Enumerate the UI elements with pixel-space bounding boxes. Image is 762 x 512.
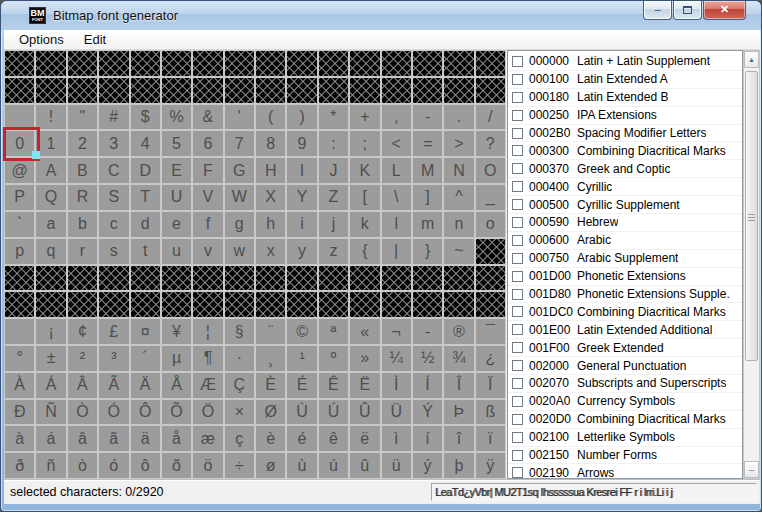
char-cell-reserved[interactable]: [225, 51, 254, 76]
char-cell-reserved[interactable]: [444, 292, 473, 317]
char-cell[interactable]: n: [444, 212, 473, 237]
unicode-block-row[interactable]: 000100Latin Extended A: [508, 71, 742, 89]
char-cell[interactable]: {: [350, 239, 379, 264]
unicode-block-row[interactable]: 000590Hebrew: [508, 214, 742, 232]
char-cell[interactable]: ): [287, 105, 316, 130]
char-cell[interactable]: <: [382, 131, 411, 156]
char-cell[interactable]: Î: [444, 373, 473, 398]
char-cell[interactable]: ê: [319, 426, 348, 451]
char-cell[interactable]: e: [162, 212, 191, 237]
char-cell-reserved[interactable]: [99, 51, 128, 76]
char-cell[interactable]: À: [5, 373, 34, 398]
char-cell[interactable]: ': [225, 105, 254, 130]
char-cell-reserved[interactable]: [256, 266, 285, 291]
unicode-block-row[interactable]: 001DC0Combining Diacritical Marks: [508, 303, 742, 321]
char-cell[interactable]: þ: [444, 453, 473, 478]
char-cell[interactable]: I: [287, 158, 316, 183]
char-cell[interactable]: û: [350, 453, 379, 478]
char-cell[interactable]: 8: [256, 131, 285, 156]
block-checkbox[interactable]: [512, 450, 523, 461]
menu-edit[interactable]: Edit: [74, 30, 116, 50]
list-scrollbar[interactable]: ▲ –: [743, 50, 760, 479]
unicode-block-row[interactable]: 0002B0Spacing Modifier Letters: [508, 125, 742, 143]
char-cell[interactable]: Æ: [193, 373, 222, 398]
char-cell[interactable]: %: [162, 105, 191, 130]
char-cell[interactable]: ò: [68, 453, 97, 478]
char-cell[interactable]: c: [99, 212, 128, 237]
maximize-button[interactable]: [673, 1, 702, 20]
char-cell-reserved[interactable]: [162, 292, 191, 317]
char-cell[interactable]: a: [36, 212, 65, 237]
char-cell-reserved[interactable]: [131, 78, 160, 103]
char-cell[interactable]: w: [225, 239, 254, 264]
char-cell[interactable]: [5, 319, 34, 344]
char-cell[interactable]: Ý: [413, 400, 442, 425]
char-cell[interactable]: ²: [68, 346, 97, 371]
title-bar[interactable]: BM FONT Bitmap font generator – ✕: [1, 1, 762, 30]
block-checkbox[interactable]: [512, 92, 523, 103]
block-checkbox[interactable]: [512, 467, 523, 478]
char-cell[interactable]: Ï: [476, 373, 505, 398]
char-cell[interactable]: Ì: [382, 373, 411, 398]
char-cell[interactable]: f: [193, 212, 222, 237]
char-cell[interactable]: T: [131, 185, 160, 210]
char-cell[interactable]: 1: [36, 131, 65, 156]
char-cell[interactable]: ³: [99, 346, 128, 371]
char-cell[interactable]: -: [413, 105, 442, 130]
char-cell[interactable]: g: [225, 212, 254, 237]
char-cell-reserved[interactable]: [287, 78, 316, 103]
char-cell[interactable]: £: [99, 319, 128, 344]
char-cell-reserved[interactable]: [99, 78, 128, 103]
char-cell[interactable]: N: [444, 158, 473, 183]
char-cell[interactable]: Y: [287, 185, 316, 210]
scroll-up-button[interactable]: ▲: [744, 51, 759, 68]
unicode-block-row[interactable]: 002000General Punctuation: [508, 357, 742, 375]
unicode-block-row[interactable]: 0020A0Currency Symbols: [508, 393, 742, 411]
char-cell-reserved[interactable]: [350, 51, 379, 76]
char-cell[interactable]: >: [444, 131, 473, 156]
char-cell[interactable]: Ô: [131, 400, 160, 425]
unicode-block-row[interactable]: 002100Letterlike Symbols: [508, 429, 742, 447]
char-cell-reserved[interactable]: [225, 266, 254, 291]
char-cell[interactable]: ": [68, 105, 97, 130]
char-cell[interactable]: Q: [36, 185, 65, 210]
char-cell[interactable]: @: [5, 158, 34, 183]
char-cell-reserved[interactable]: [476, 292, 505, 317]
char-cell[interactable]: q: [36, 239, 65, 264]
char-cell-reserved[interactable]: [131, 266, 160, 291]
char-cell[interactable]: l: [382, 212, 411, 237]
unicode-block-row[interactable]: 002150Number Forms: [508, 447, 742, 465]
char-cell[interactable]: Ä: [131, 373, 160, 398]
char-cell[interactable]: #: [99, 105, 128, 130]
char-cell-reserved[interactable]: [99, 292, 128, 317]
char-cell-reserved[interactable]: [350, 292, 379, 317]
char-cell[interactable]: ×: [225, 400, 254, 425]
char-cell-reserved[interactable]: [256, 51, 285, 76]
char-cell[interactable]: t: [131, 239, 160, 264]
char-cell[interactable]: R: [68, 185, 97, 210]
char-cell-reserved[interactable]: [162, 266, 191, 291]
char-cell[interactable]: õ: [162, 453, 191, 478]
char-cell-reserved[interactable]: [131, 51, 160, 76]
char-cell[interactable]: ç: [225, 426, 254, 451]
char-cell[interactable]: ^: [444, 185, 473, 210]
char-cell-reserved[interactable]: [413, 78, 442, 103]
char-cell[interactable]: ý: [413, 453, 442, 478]
char-cell-reserved[interactable]: [444, 51, 473, 76]
char-cell-reserved[interactable]: [162, 78, 191, 103]
char-cell[interactable]: L: [382, 158, 411, 183]
char-cell[interactable]: 6: [193, 131, 222, 156]
char-cell[interactable]: i: [287, 212, 316, 237]
char-cell[interactable]: í: [413, 426, 442, 451]
char-cell[interactable]: Ê: [319, 373, 348, 398]
char-cell[interactable]: [5, 105, 34, 130]
char-cell[interactable]: U: [162, 185, 191, 210]
char-cell-reserved[interactable]: [36, 51, 65, 76]
char-cell[interactable]: K: [350, 158, 379, 183]
char-cell-reserved[interactable]: [350, 266, 379, 291]
char-cell[interactable]: y: [287, 239, 316, 264]
scrollbar-thumb[interactable]: [745, 71, 758, 361]
char-cell[interactable]: d: [131, 212, 160, 237]
char-cell[interactable]: Ë: [350, 373, 379, 398]
char-cell[interactable]: ô: [131, 453, 160, 478]
